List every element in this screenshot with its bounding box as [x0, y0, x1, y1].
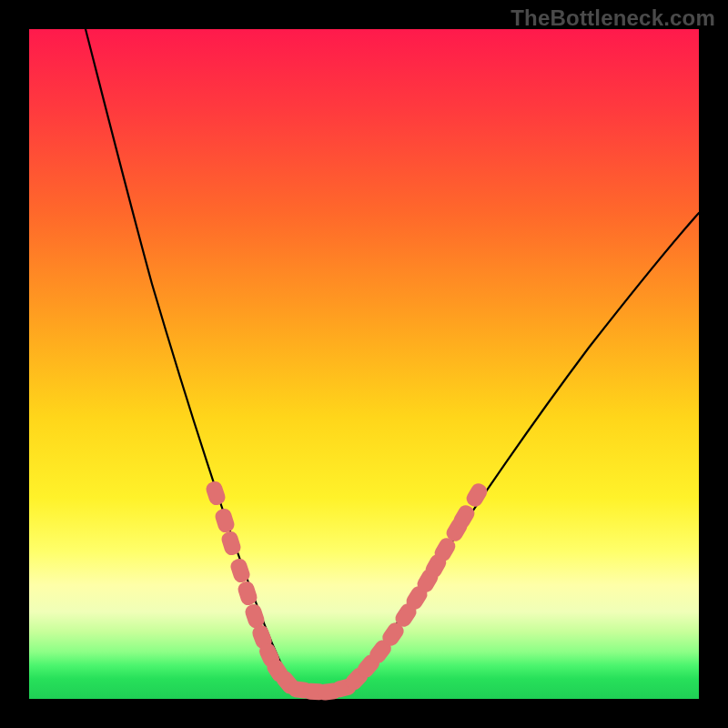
chart-frame: TheBottleneck.com: [0, 0, 728, 728]
bead-marker: [220, 530, 243, 557]
bottleneck-curve: [86, 29, 699, 693]
curve-beads: [204, 480, 490, 702]
bead-marker: [214, 507, 237, 534]
curve-svg: [29, 29, 699, 699]
watermark-text: TheBottleneck.com: [511, 5, 715, 31]
bead-marker: [204, 480, 227, 507]
bead-marker: [464, 480, 490, 510]
plot-area: [29, 29, 699, 699]
